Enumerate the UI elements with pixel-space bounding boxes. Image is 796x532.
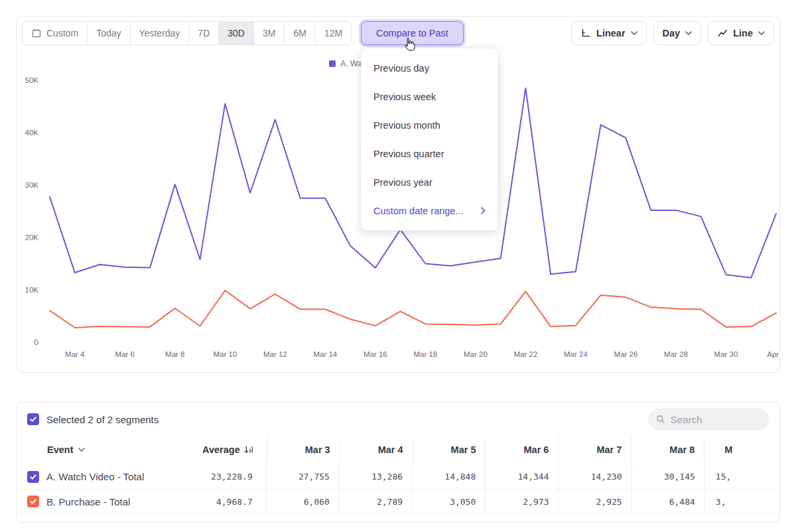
average-column-header[interactable]: Average — [184, 436, 267, 464]
value-cell: 30,145 — [631, 464, 704, 489]
value-cell: 27,755 — [266, 464, 339, 489]
svg-text:0: 0 — [34, 338, 38, 346]
table-row[interactable]: A. Watch Video - Total 23,228.9 27,755 1… — [17, 464, 779, 489]
search-icon — [656, 414, 665, 425]
svg-text:Mar 18: Mar 18 — [413, 350, 437, 358]
select-all-checkbox[interactable] — [27, 413, 39, 425]
segments-card: Selected 2 of 2 segments Event Average M… — [16, 402, 780, 523]
interval-label: Day — [663, 28, 681, 38]
date-column-header-clipped: M — [704, 436, 779, 464]
row-checkbox[interactable] — [27, 471, 39, 483]
table-header-row: Event Average Mar 3 Mar 4 Mar 5 Mar 6 Ma… — [17, 436, 779, 464]
range-3m-button[interactable]: 3M — [254, 22, 285, 44]
value-cell: 14,848 — [412, 464, 485, 489]
check-icon — [29, 473, 37, 481]
svg-text:Mar 8: Mar 8 — [165, 350, 184, 358]
event-cell: B. Purchase - Total — [17, 490, 183, 513]
date-range-segmented-control: Custom Today Yesterday 7D 30D 3M 6M 12M — [22, 21, 352, 45]
svg-text:Mar 24: Mar 24 — [564, 350, 588, 358]
event-cell: A. Watch Video - Total — [17, 464, 183, 489]
date-column-header[interactable]: Mar 5 — [413, 436, 486, 464]
chart-type-label: Line — [733, 28, 753, 38]
value-cell: 13,286 — [339, 464, 412, 489]
value-cell: 2,925 — [558, 490, 631, 513]
value-cell-clipped: 15, — [704, 464, 779, 489]
selected-count-label: Selected 2 of 2 segments — [46, 414, 159, 425]
svg-text:Mar 30: Mar 30 — [714, 350, 738, 358]
menu-item-previous-month[interactable]: Previous month — [362, 111, 498, 139]
interval-dropdown[interactable]: Day — [653, 21, 702, 45]
menu-item-previous-week[interactable]: Previous week — [362, 82, 498, 111]
scale-dropdown[interactable]: Linear — [571, 21, 647, 45]
chart-type-dropdown[interactable]: Line — [708, 21, 774, 45]
custom-date-range-label: Custom date range... — [373, 206, 463, 216]
average-cell: 4,968.7 — [183, 490, 266, 513]
menu-item-previous-day[interactable]: Previous day — [362, 54, 498, 82]
segments-header: Selected 2 of 2 segments — [17, 403, 779, 436]
svg-text:Mar 20: Mar 20 — [464, 350, 488, 358]
range-label: Custom — [46, 28, 78, 38]
date-column-header[interactable]: Mar 4 — [340, 436, 413, 464]
value-cell: 14,230 — [558, 464, 631, 489]
svg-text:Mar 28: Mar 28 — [664, 350, 688, 358]
check-icon — [29, 415, 37, 423]
date-column-header[interactable]: Mar 7 — [558, 436, 631, 464]
toolbar: Custom Today Yesterday 7D 30D 3M 6M 12M … — [17, 17, 779, 50]
date-column-header[interactable]: Mar 3 — [267, 436, 340, 464]
svg-text:Mar 6: Mar 6 — [115, 350, 135, 358]
linear-scale-icon — [580, 28, 591, 38]
svg-text:40K: 40K — [25, 129, 39, 137]
toolbar-right: Linear Day Line — [571, 21, 774, 45]
svg-text:10K: 10K — [25, 286, 39, 294]
svg-text:Mar 22: Mar 22 — [514, 350, 538, 358]
search-box — [648, 408, 769, 431]
value-cell: 14,344 — [485, 464, 558, 489]
range-6m-button[interactable]: 6M — [285, 22, 315, 44]
scale-label: Linear — [596, 28, 626, 38]
value-cell: 2,973 — [485, 490, 558, 513]
row-checkbox[interactable] — [27, 496, 39, 507]
event-column-header[interactable]: Event — [17, 436, 184, 464]
legend-swatch — [329, 60, 336, 67]
value-cell: 3,050 — [412, 490, 485, 513]
event-name: A. Watch Video - Total — [46, 471, 144, 482]
range-30d-button[interactable]: 30D — [219, 22, 254, 44]
value-cell: 6,484 — [631, 490, 704, 513]
table-row[interactable]: B. Purchase - Total 4,968.7 6,060 2,789 … — [17, 489, 779, 514]
svg-text:Mar 14: Mar 14 — [313, 350, 337, 358]
menu-item-previous-year[interactable]: Previous year — [362, 168, 498, 196]
chevron-right-icon — [481, 207, 486, 214]
svg-text:Mar 12: Mar 12 — [263, 350, 287, 358]
range-custom-button[interactable]: Custom — [23, 22, 88, 44]
svg-text:Mar 10: Mar 10 — [213, 350, 237, 358]
compare-menu: Previous day Previous week Previous mont… — [361, 48, 498, 231]
search-input[interactable] — [671, 414, 761, 425]
menu-item-custom-date-range[interactable]: Custom date range... — [362, 196, 498, 225]
average-cell: 23,228.9 — [183, 464, 266, 489]
svg-text:Mar 4: Mar 4 — [65, 350, 85, 358]
menu-item-previous-quarter[interactable]: Previous quarter — [362, 139, 498, 168]
compare-to-past: Compare to Past Previous day Previous we… — [361, 21, 464, 45]
sort-descending-icon — [244, 446, 253, 454]
range-today-button[interactable]: Today — [88, 22, 130, 44]
chart-card: Custom Today Yesterday 7D 30D 3M 6M 12M … — [16, 16, 780, 373]
svg-text:Apr 1: Apr 1 — [767, 350, 779, 358]
check-icon — [29, 498, 37, 505]
chevron-down-icon — [685, 31, 692, 35]
compare-to-past-button[interactable]: Compare to Past — [361, 21, 464, 45]
chevron-down-icon — [78, 448, 85, 452]
range-12m-button[interactable]: 12M — [316, 22, 351, 44]
range-yesterday-button[interactable]: Yesterday — [131, 22, 190, 44]
date-column-header[interactable]: Mar 6 — [485, 436, 558, 464]
value-cell: 6,060 — [266, 490, 339, 513]
svg-text:50K: 50K — [25, 76, 39, 84]
svg-text:30K: 30K — [25, 181, 39, 189]
svg-text:20K: 20K — [25, 233, 39, 241]
value-cell-clipped: 3, — [704, 490, 779, 513]
date-column-header[interactable]: Mar 8 — [631, 436, 704, 464]
chevron-down-icon — [631, 31, 637, 35]
calendar-icon — [31, 28, 42, 38]
range-7d-button[interactable]: 7D — [189, 22, 219, 44]
value-cell: 2,789 — [339, 490, 412, 513]
svg-text:Mar 16: Mar 16 — [364, 350, 387, 358]
